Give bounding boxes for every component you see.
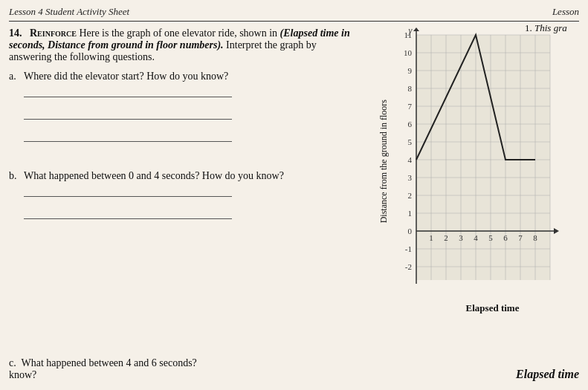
answer-line-5 <box>24 207 232 219</box>
content-area: 14. Reinforce Here is the graph of one e… <box>9 27 579 314</box>
svg-text:5: 5 <box>407 137 412 146</box>
sub-questions: a. Where did the elevator start? How do … <box>9 71 358 219</box>
sub-a-answer-lines <box>24 85 232 142</box>
question-number: 14. <box>9 27 22 39</box>
svg-text:6: 6 <box>407 120 412 129</box>
sub-question-c: c. What happened between 4 and 6 seconds… <box>9 357 197 381</box>
bottom-section: c. What happened between 4 and 6 seconds… <box>9 357 579 381</box>
sub-b-text: What happened between 0 and 4 seconds? H… <box>24 170 284 181</box>
graph-area: Distance from the ground in floors <box>376 27 569 317</box>
right-panel: Distance from the ground in floors <box>366 27 579 314</box>
y-axis-label: Distance from the ground in floors <box>378 100 390 223</box>
y-axis-label-container: Distance from the ground in floors <box>376 35 392 287</box>
svg-text:8: 8 <box>533 233 537 242</box>
svg-text:3: 3 <box>407 173 412 182</box>
svg-text:-1: -1 <box>404 244 411 253</box>
svg-text:8: 8 <box>407 84 412 93</box>
page-title-left: Lesson 4 Student Activity Sheet <box>9 6 129 18</box>
question-14-header: 14. Reinforce Here is the graph of one e… <box>9 27 358 63</box>
svg-rect-0 <box>416 35 550 280</box>
svg-text:2: 2 <box>407 191 412 200</box>
sub-b-content: What happened between 0 and 4 seconds? H… <box>24 170 284 219</box>
sub-c-label: c. <box>9 357 16 368</box>
svg-text:4: 4 <box>407 155 412 164</box>
svg-text:6: 6 <box>503 233 508 242</box>
sub-a-label: a. <box>9 71 21 142</box>
svg-text:7: 7 <box>518 233 523 242</box>
svg-text:7: 7 <box>407 102 412 111</box>
svg-text:3: 3 <box>459 233 463 242</box>
svg-text:1: 1 <box>407 209 412 218</box>
elapsed-time-text: Elapsed time <box>516 368 579 380</box>
left-panel: 14. Reinforce Here is the graph of one e… <box>9 27 366 314</box>
svg-text:1: 1 <box>429 233 433 242</box>
answer-line-3 <box>24 130 232 142</box>
svg-text:11: 11 <box>404 30 412 39</box>
right-note-text: This gra <box>534 22 567 33</box>
svg-text:-2: -2 <box>404 262 411 271</box>
svg-marker-28 <box>413 27 419 31</box>
elapsed-time-footer: Elapsed time <box>516 368 579 381</box>
svg-text:0: 0 <box>407 227 412 235</box>
right-note-number: 1. <box>525 22 534 33</box>
svg-text:9: 9 <box>407 66 412 75</box>
sub-c-know: know? <box>9 369 36 380</box>
sub-a-content: Where did the elevator start? How do you… <box>24 71 232 142</box>
answer-line-2 <box>24 108 232 120</box>
svg-marker-27 <box>554 228 559 234</box>
reinforce-label: Reinforce <box>30 27 77 39</box>
sub-question-b: b. What happened between 0 and 4 seconds… <box>9 170 358 219</box>
sub-c-text: What happened between 4 and 6 seconds? <box>21 357 196 368</box>
sub-question-a: a. Where did the elevator start? How do … <box>9 71 358 142</box>
answer-line-1 <box>24 85 232 97</box>
sub-a-text: Where did the elevator start? How do you… <box>24 71 228 82</box>
svg-text:5: 5 <box>488 233 493 242</box>
sub-b-answer-lines <box>24 185 284 219</box>
sub-b-label: b. <box>9 170 21 219</box>
svg-text:10: 10 <box>404 48 413 57</box>
svg-text:4: 4 <box>474 233 478 242</box>
graph-wrapper: Distance from the ground in floors <box>376 27 569 317</box>
answer-line-4 <box>24 185 232 197</box>
graph-svg: y 1 2 3 4 5 6 7 8 11 10 9 <box>394 27 572 317</box>
page-title-right: Lesson <box>552 6 579 18</box>
top-bar: Lesson 4 Student Activity Sheet Lesson <box>9 6 579 22</box>
svg-text:2: 2 <box>444 233 448 242</box>
right-side-note: 1. This gra <box>525 22 581 34</box>
page: Lesson 4 Student Activity Sheet Lesson 1… <box>0 0 588 390</box>
